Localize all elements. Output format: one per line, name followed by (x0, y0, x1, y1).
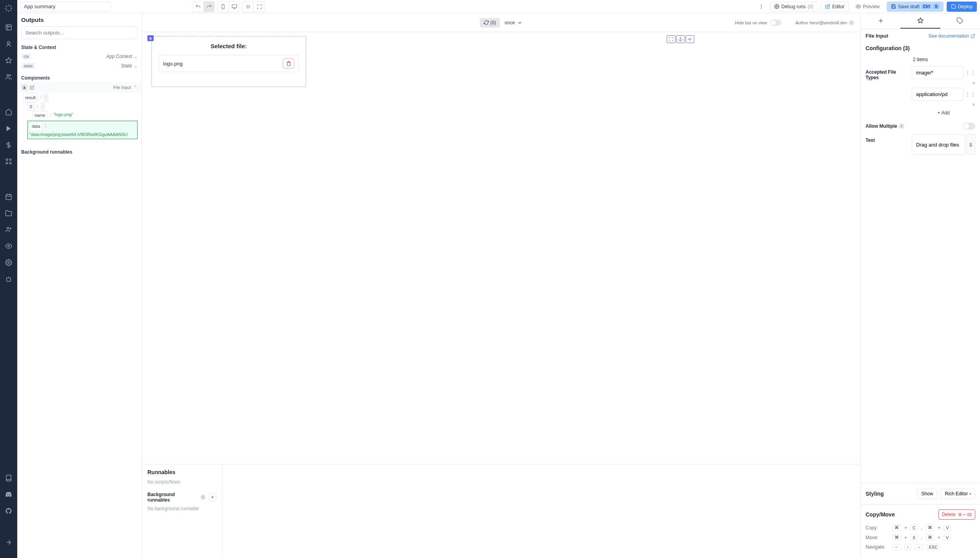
deploy-button[interactable]: Deploy (947, 2, 977, 12)
add-bg-runnable-button[interactable]: + (208, 493, 217, 502)
svg-point-12 (10, 228, 11, 229)
hide-bar-label: Hide bar on view (735, 20, 767, 25)
drag-handle-icon[interactable]: ⋮⋮ (965, 70, 975, 76)
see-documentation-link[interactable]: See documentation (929, 33, 975, 39)
file-type-input-2[interactable] (912, 88, 964, 101)
expression-button[interactable]: $ (966, 134, 975, 155)
windmill-logo-icon[interactable] (4, 4, 13, 13)
chevron-down-icon (517, 20, 523, 25)
svg-point-14 (8, 262, 10, 264)
save-draft-button[interactable]: Save draft Ctrl S (887, 2, 944, 12)
deploy-label: Deploy (958, 4, 973, 9)
move-label: Move: (866, 535, 889, 540)
text-value-input[interactable] (912, 134, 965, 155)
calendar-icon[interactable] (4, 192, 13, 201)
github-icon[interactable] (4, 506, 13, 516)
users-icon[interactable] (4, 72, 13, 82)
accepted-types-label: Accepted File Types (866, 66, 909, 80)
refresh-count: (0) (490, 20, 496, 25)
undo-button[interactable] (192, 2, 203, 12)
pencil-icon[interactable] (30, 85, 34, 90)
gear-icon[interactable] (4, 258, 13, 267)
rich-editor-button[interactable]: Rich Editor› (940, 489, 975, 499)
preview-button[interactable]: Preview (852, 2, 884, 11)
info-icon[interactable]: i (200, 495, 206, 500)
component-badge: a (21, 84, 27, 91)
ctx-row[interactable]: ctx App Context⌄ (17, 52, 142, 61)
runnables-panel: Runnables No scripts/flows Background ru… (142, 464, 860, 558)
folder-icon[interactable] (4, 208, 13, 218)
component-type-label: File Input (113, 85, 131, 90)
svg-point-6 (6, 159, 8, 161)
home-icon[interactable] (4, 107, 13, 117)
team-icon[interactable] (4, 225, 13, 234)
refresh-pill[interactable]: (0) (480, 18, 500, 27)
delete-file-button[interactable] (283, 58, 294, 69)
copymove-title: Copy/Move (866, 511, 895, 518)
show-styling-button[interactable]: Show (917, 489, 937, 499)
author-label: Author henri@windmill.dev i (795, 20, 854, 25)
anchor-component-button[interactable] (676, 35, 685, 43)
canvas-viewport[interactable]: a Selected file: logo.png (142, 32, 860, 464)
desktop-view-button[interactable] (229, 2, 240, 12)
config-tab-style[interactable] (940, 13, 980, 29)
state-label: State (121, 63, 132, 69)
file-type-input-1[interactable] (912, 66, 964, 79)
star-icon[interactable] (4, 56, 13, 65)
app-title-input[interactable] (20, 2, 111, 11)
editor-button[interactable]: Editor (821, 2, 849, 12)
debug-runs-button[interactable]: Debug runs (0) (770, 2, 818, 12)
plus-icon (877, 17, 884, 24)
topbar: Debug runs (0) Editor Preview Save draft… (17, 0, 980, 13)
expand-component-button[interactable] (667, 35, 675, 43)
drag-handle-icon[interactable]: ⋮⋮ (965, 91, 975, 97)
delete-component-button[interactable]: Delete ⌘ + ⌫ (938, 509, 975, 520)
svg-rect-17 (232, 4, 237, 7)
eye-icon[interactable] (4, 241, 13, 251)
remove-type-button[interactable]: × (972, 80, 975, 86)
config-tabs (861, 13, 980, 29)
svg-point-1 (7, 42, 10, 44)
svg-rect-10 (6, 194, 11, 200)
canvas-topbar: (0) once Hide bar on view Author henri@w… (142, 13, 860, 32)
add-type-button[interactable]: + Add (912, 108, 975, 118)
config-tab-add[interactable] (861, 13, 900, 29)
state-row[interactable]: state State⌄ (17, 61, 142, 71)
file-input-component[interactable]: Selected file: logo.png (151, 36, 306, 87)
remove-type-button[interactable]: × (972, 101, 975, 108)
save-kbd-s: S (933, 4, 939, 9)
more-button[interactable] (756, 2, 767, 12)
mobile-view-button[interactable] (218, 2, 229, 12)
play-icon[interactable] (4, 124, 13, 133)
component-row-a[interactable]: a File Input ⌃ (17, 82, 142, 92)
redo-button[interactable] (203, 2, 214, 12)
discord-icon[interactable] (4, 490, 13, 499)
info-icon[interactable]: i (899, 123, 904, 129)
items-count: 2 items (861, 54, 980, 64)
components-title: Components (17, 74, 142, 82)
center-button[interactable] (243, 2, 254, 12)
bot-icon[interactable] (4, 274, 13, 284)
refresh-mode-select[interactable]: once (505, 20, 523, 25)
info-icon[interactable]: i (849, 20, 854, 25)
move-component-button[interactable] (686, 35, 694, 43)
refresh-icon (484, 20, 489, 25)
search-outputs-input[interactable] (21, 26, 138, 39)
component-selection-badge[interactable]: a (147, 35, 154, 41)
config-panel: File Input See documentation Configurati… (860, 13, 980, 558)
navigate-label: Navigate: (866, 544, 889, 550)
resources-icon[interactable] (4, 157, 13, 166)
config-tab-settings[interactable] (900, 13, 940, 29)
dollar-icon[interactable] (4, 140, 13, 150)
data-output-box[interactable]: data: "data:image/png;base64,iVBORw0KGgo… (27, 121, 138, 139)
hide-bar-toggle[interactable] (770, 20, 781, 26)
fullscreen-button[interactable] (254, 2, 265, 12)
book-icon[interactable] (4, 473, 13, 483)
svg-marker-2 (6, 58, 12, 63)
expand-sidebar-icon[interactable] (4, 538, 13, 547)
preview-label: Preview (863, 4, 880, 9)
allow-multiple-toggle[interactable] (963, 123, 975, 130)
file-name: logo.png (163, 61, 183, 67)
workspace-icon[interactable] (4, 23, 13, 32)
user-icon[interactable] (4, 39, 13, 49)
